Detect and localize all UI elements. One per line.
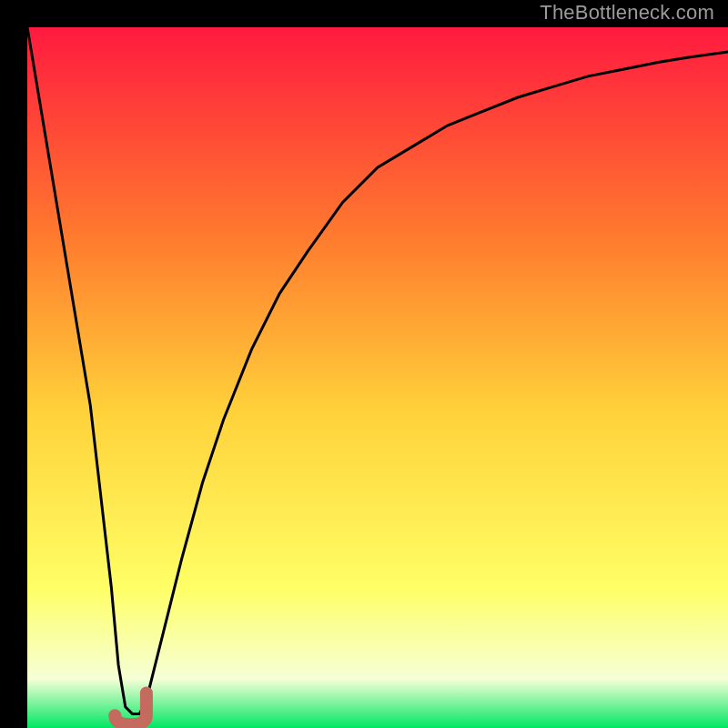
watermark-text: TheBottleneck.com <box>540 1 714 25</box>
chart-frame: TheBottleneck.com <box>14 14 714 714</box>
gradient-background <box>27 27 728 728</box>
bottleneck-chart <box>27 27 728 728</box>
